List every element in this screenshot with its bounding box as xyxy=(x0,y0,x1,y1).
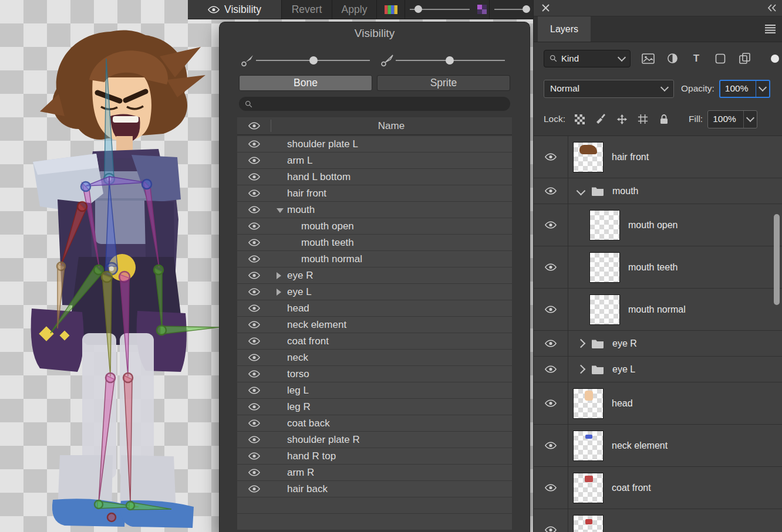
fill-dropdown-button[interactable] xyxy=(743,111,757,128)
visibility-row[interactable]: leg L xyxy=(237,382,512,398)
layer-group-row[interactable]: eye R xyxy=(534,331,782,357)
search-input[interactable] xyxy=(256,99,504,109)
mesh-opacity-toolbar-slider[interactable] xyxy=(490,0,533,19)
visibility-row[interactable]: eye R xyxy=(237,267,512,283)
layer-name[interactable]: hair front xyxy=(612,152,649,162)
visibility-row[interactable]: shoulder plate R xyxy=(237,432,512,448)
layer-visibility-cell[interactable] xyxy=(534,204,568,246)
layer-group-row[interactable]: mouth xyxy=(534,178,782,204)
eye-icon[interactable] xyxy=(248,272,260,279)
eye-icon[interactable] xyxy=(545,484,557,492)
visibility-row[interactable]: torso xyxy=(237,366,512,382)
eye-icon[interactable] xyxy=(248,387,260,394)
opacity-field[interactable]: 100% xyxy=(719,80,770,98)
tab-sprite[interactable]: Sprite xyxy=(377,75,510,91)
smart-object-filter-icon[interactable] xyxy=(738,53,751,65)
kind-filter-dropdown[interactable]: Kind xyxy=(544,50,631,67)
eye-icon[interactable] xyxy=(545,221,557,229)
group-expand-chevron-icon[interactable] xyxy=(577,187,586,196)
scrollbar-thumb[interactable] xyxy=(774,214,780,305)
layer-row[interactable]: head xyxy=(534,382,782,425)
visibility-row[interactable]: neck xyxy=(237,350,512,365)
visibility-row[interactable]: hand L bottom xyxy=(237,169,512,185)
tab-layers[interactable]: Layers xyxy=(538,16,591,42)
layer-name[interactable]: mouth xyxy=(612,186,638,196)
eye-icon[interactable] xyxy=(248,157,260,164)
opacity-dropdown-button[interactable] xyxy=(756,81,769,97)
lock-artboard-icon[interactable] xyxy=(637,113,649,125)
visibility-row[interactable]: arm L xyxy=(237,153,512,168)
eye-icon[interactable] xyxy=(545,365,557,373)
eye-icon[interactable] xyxy=(545,399,557,407)
eye-icon[interactable] xyxy=(248,452,260,460)
adjustment-layer-filter-icon[interactable] xyxy=(666,53,679,65)
layer-name[interactable]: neck element xyxy=(612,440,668,451)
eye-icon[interactable] xyxy=(248,354,260,361)
eye-icon[interactable] xyxy=(248,370,260,378)
visibility-row[interactable]: mouth normal xyxy=(237,251,512,267)
eye-icon[interactable] xyxy=(248,419,260,427)
layer-visibility-cell[interactable] xyxy=(534,136,568,178)
eye-icon[interactable] xyxy=(248,321,260,328)
visibility-row[interactable]: arm R xyxy=(237,465,512,480)
visibility-row[interactable]: hand R top xyxy=(237,448,512,464)
visibility-row[interactable]: leg R xyxy=(237,399,512,415)
search-box[interactable] xyxy=(239,97,510,111)
eye-icon[interactable] xyxy=(248,485,260,493)
eye-icon[interactable] xyxy=(248,206,260,214)
visibility-row[interactable]: hair back xyxy=(237,481,512,497)
layer-name[interactable]: mouth open xyxy=(628,220,678,231)
eye-icon[interactable] xyxy=(545,340,557,347)
layer-visibility-cell[interactable] xyxy=(534,331,568,356)
panel-sprite-opacity-slider[interactable] xyxy=(396,53,505,68)
layer-thumbnail[interactable] xyxy=(589,252,620,283)
visibility-row[interactable]: shoulder plate L xyxy=(237,136,512,152)
visibility-row[interactable]: mouth open xyxy=(237,218,512,234)
scrollbar[interactable] xyxy=(774,214,780,305)
layer-visibility-cell[interactable] xyxy=(534,425,568,466)
layer-name[interactable]: coat front xyxy=(612,483,651,493)
layer-thumbnail[interactable] xyxy=(573,431,604,461)
layer-row[interactable] xyxy=(534,509,782,532)
eye-icon[interactable] xyxy=(248,469,260,476)
eye-icon[interactable] xyxy=(545,153,557,161)
slider-handle[interactable] xyxy=(446,56,454,65)
visibility-toggle-button[interactable]: Visibility xyxy=(188,0,282,19)
eye-icon[interactable] xyxy=(248,403,260,411)
layer-name[interactable]: mouth normal xyxy=(628,304,686,315)
bone-color-palette-button[interactable] xyxy=(377,0,405,19)
layer-name[interactable]: eye R xyxy=(612,338,637,349)
layer-thumbnail[interactable] xyxy=(573,473,604,503)
layer-visibility-cell[interactable] xyxy=(534,467,568,509)
eye-icon[interactable] xyxy=(545,263,557,271)
layer-name[interactable]: head xyxy=(612,398,633,409)
eye-icon[interactable] xyxy=(248,288,260,296)
shape-layer-filter-icon[interactable] xyxy=(714,53,727,65)
layer-visibility-cell[interactable] xyxy=(534,357,568,382)
mesh-color-swatch[interactable] xyxy=(474,0,490,19)
visibility-row[interactable]: neck element xyxy=(237,317,512,333)
eye-icon[interactable] xyxy=(545,306,557,313)
eye-icon[interactable] xyxy=(545,526,557,532)
slider-handle[interactable] xyxy=(523,5,530,13)
header-eye-icon[interactable] xyxy=(248,122,260,130)
panel-bone-opacity-slider[interactable] xyxy=(256,53,370,68)
layer-thumbnail[interactable] xyxy=(573,142,604,172)
eye-icon[interactable] xyxy=(248,239,260,246)
visibility-row[interactable]: coat back xyxy=(237,415,512,431)
lock-paint-icon[interactable] xyxy=(595,113,606,125)
group-expand-chevron-icon[interactable] xyxy=(577,339,586,348)
visibility-row[interactable]: head xyxy=(237,300,512,316)
layer-thumbnail[interactable] xyxy=(573,515,604,532)
bone-opacity-toolbar-slider[interactable] xyxy=(405,0,474,19)
lock-transparency-icon[interactable] xyxy=(574,113,585,125)
group-expand-chevron-icon[interactable] xyxy=(577,365,586,374)
visibility-row[interactable]: coat front xyxy=(237,333,512,349)
foldout-arrow[interactable] xyxy=(277,208,284,213)
visibility-row[interactable]: hair front xyxy=(237,185,512,201)
layer-group-row[interactable]: eye L xyxy=(534,357,782,382)
layer-name[interactable]: mouth teeth xyxy=(628,262,678,273)
eye-icon[interactable] xyxy=(248,255,260,263)
lock-all-icon[interactable] xyxy=(658,113,670,125)
layer-row[interactable]: mouth open xyxy=(534,204,782,246)
